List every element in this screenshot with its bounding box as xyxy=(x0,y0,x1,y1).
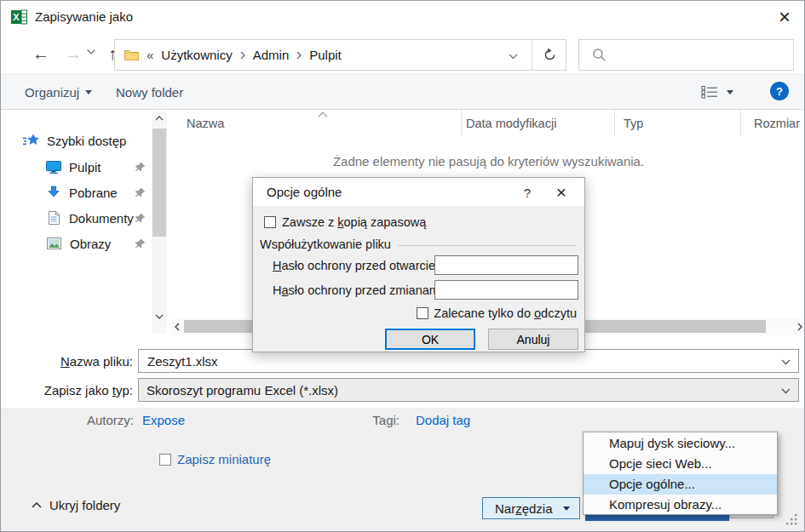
svg-text:X: X xyxy=(13,12,20,22)
general-options-dialog: Opcje ogólne ? × Zawsze z kopią zapasową… xyxy=(252,177,585,352)
resize-grip[interactable] xyxy=(785,512,798,526)
ok-button[interactable]: OK xyxy=(385,329,475,350)
sidebar-item-pobrane[interactable]: Pobrane xyxy=(1,180,152,204)
menu-item-opcje-ogolne[interactable]: Opcje ogólne... xyxy=(584,474,777,495)
dialog-title: Opcje ogólne xyxy=(267,185,342,199)
file-sharing-group: Współużytkowanie pliku xyxy=(260,237,576,251)
tags-label: Tagi: xyxy=(342,413,400,427)
pin-icon xyxy=(135,212,147,224)
password-change-label: Hasło ochrony przed zmianami: xyxy=(273,283,446,297)
search-icon xyxy=(592,48,607,62)
empty-folder-message: Żadne elementy nie pasują do kryteriów w… xyxy=(171,154,805,169)
chevron-down-icon xyxy=(85,90,92,94)
history-chevron-icon[interactable] xyxy=(86,49,101,60)
filename-input[interactable] xyxy=(146,351,759,371)
folder-icon xyxy=(124,49,139,60)
breadcrumb: « Użytkownicy Admin Pulpit xyxy=(115,40,532,70)
menu-item-mapuj-dysk-sieciowy[interactable]: Mapuj dysk sieciowy... xyxy=(584,433,777,454)
navigation-pane: Szybki dostęp Pulpit Pobrane xyxy=(1,110,171,337)
group-divider xyxy=(398,245,576,246)
chevron-down-icon[interactable] xyxy=(781,359,791,365)
dialog-cancel-button[interactable]: Anuluj xyxy=(488,329,578,350)
sidebar-item-quick-access[interactable]: Szybki dostęp xyxy=(1,129,152,152)
breadcrumb-item-pulpit[interactable]: Pulpit xyxy=(309,48,342,62)
filename-label: Nazwa pliku: xyxy=(14,354,133,369)
documents-icon xyxy=(48,211,60,225)
sidebar-item-label: Obrazy xyxy=(70,237,111,251)
add-tag-link[interactable]: Dodaj tag xyxy=(416,413,470,427)
save-as-window: X Zapisywanie jako × ← → ↑ « Użytkownicy… xyxy=(0,0,805,532)
sort-ascending-icon xyxy=(318,112,328,117)
search-input[interactable] xyxy=(578,39,794,71)
scroll-left-icon[interactable] xyxy=(175,323,180,331)
column-header-nazwa[interactable]: Nazwa xyxy=(187,117,224,130)
sidebar-item-pulpit[interactable]: Pulpit xyxy=(1,155,152,179)
breadcrumb-separator-icon xyxy=(240,51,245,60)
file-sharing-group-label: Współużytkowanie pliku xyxy=(260,237,391,251)
readonly-recommended-checkbox[interactable] xyxy=(417,307,428,319)
save-thumbnail-row: Zapisz miniaturę xyxy=(159,452,271,466)
save-thumbnail-checkbox[interactable] xyxy=(159,454,171,466)
scroll-down-icon[interactable] xyxy=(155,314,164,319)
column-header-typ[interactable]: Typ xyxy=(624,117,643,130)
window-close-button[interactable]: × xyxy=(770,3,799,31)
dialog-title-bar: Opcje ogólne ? × xyxy=(253,178,584,206)
sidebar-item-obrazy[interactable]: Obrazy xyxy=(1,232,152,255)
details-view-icon xyxy=(701,85,718,99)
scroll-right-icon[interactable] xyxy=(797,323,802,331)
breadcrumb-overflow[interactable]: « xyxy=(147,48,153,62)
authors-value-link[interactable]: Expose xyxy=(142,413,185,427)
dialog-help-button[interactable]: ? xyxy=(517,182,538,203)
menu-item-opcje-sieci-web[interactable]: Opcje sieci Web... xyxy=(584,454,777,474)
chevron-down-icon xyxy=(727,90,733,94)
sidebar-scrollbar[interactable] xyxy=(152,112,167,333)
password-open-input[interactable] xyxy=(434,255,578,275)
save-as-type-value: Skoroszyt programu Excel (*.xlsx) xyxy=(147,383,338,398)
sidebar-item-label: Pobrane xyxy=(69,186,118,200)
column-divider[interactable] xyxy=(614,110,615,137)
column-header-data-modyfikacji[interactable]: Data modyfikacji xyxy=(466,117,556,130)
backup-copy-label: Zawsze z kopią zapasową xyxy=(282,215,426,229)
scrollbar-thumb[interactable] xyxy=(152,129,166,237)
password-change-input[interactable] xyxy=(434,280,578,300)
view-options-button[interactable] xyxy=(701,80,733,104)
back-button[interactable]: ← xyxy=(30,43,52,65)
refresh-button[interactable] xyxy=(532,40,567,70)
pin-icon xyxy=(135,161,147,173)
column-divider[interactable] xyxy=(461,110,462,137)
pin-icon xyxy=(135,186,147,198)
save-as-type-combobox[interactable]: Skoroszyt programu Excel (*.xlsx) xyxy=(138,378,799,402)
column-divider[interactable] xyxy=(740,110,741,137)
downloads-icon xyxy=(47,186,60,199)
tools-button-label: Narzędzia xyxy=(495,501,553,516)
tools-context-menu: Mapuj dysk sieciowy... Opcje sieci Web..… xyxy=(583,432,778,515)
hide-folders-button[interactable]: Ukryj foldery xyxy=(32,498,120,512)
column-header-rozmiar[interactable]: Rozmiar xyxy=(740,117,800,130)
help-button[interactable]: ? xyxy=(770,82,789,100)
backup-copy-checkbox[interactable] xyxy=(264,216,276,228)
scroll-up-icon[interactable] xyxy=(155,116,164,121)
sidebar-item-label: Dokumenty xyxy=(69,211,134,226)
dialog-close-button[interactable]: × xyxy=(549,180,574,205)
breadcrumb-item-uzytkownicy[interactable]: Użytkownicy xyxy=(161,48,232,62)
chevron-up-icon xyxy=(32,502,42,508)
pictures-icon xyxy=(47,237,61,249)
chevron-down-icon[interactable] xyxy=(781,388,791,394)
window-title: Zapisywanie jako xyxy=(35,9,133,24)
breadcrumb-separator-icon xyxy=(296,51,302,60)
breadcrumb-item-admin[interactable]: Admin xyxy=(253,48,290,62)
forward-button: → xyxy=(62,43,84,65)
authors-label: Autorzy: xyxy=(35,413,134,427)
desktop-icon xyxy=(46,160,61,174)
new-folder-button[interactable]: Nowy folder xyxy=(116,75,183,109)
address-dropdown-icon[interactable] xyxy=(509,54,518,60)
filename-combobox[interactable] xyxy=(138,349,799,373)
organize-button[interactable]: Organizuj xyxy=(25,75,92,109)
sidebar-item-dokumenty[interactable]: Dokumenty xyxy=(1,206,152,230)
tools-button[interactable]: Narzędzia xyxy=(482,497,580,519)
address-bar[interactable]: « Użytkownicy Admin Pulpit xyxy=(114,39,566,71)
menu-item-kompresuj-obrazy[interactable]: Kompresuj obrazy... xyxy=(584,495,777,515)
quick-access-star-icon xyxy=(23,133,40,148)
sidebar-item-label: Szybki dostęp xyxy=(47,134,126,148)
readonly-recommended-row: Zalecane tylko do odczytu xyxy=(417,306,577,320)
